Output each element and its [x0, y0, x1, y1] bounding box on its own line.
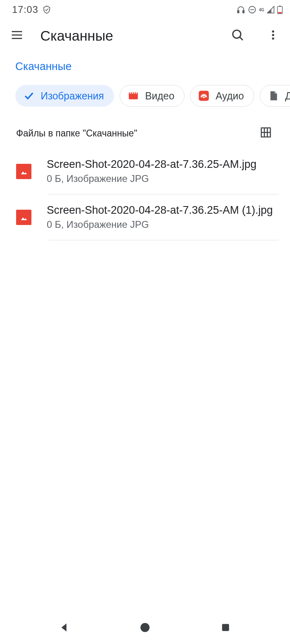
svg-line-11	[240, 37, 243, 40]
svg-marker-28	[62, 623, 67, 632]
svg-point-21	[203, 97, 205, 99]
video-icon	[127, 90, 139, 102]
section-title: Файлы в папке "Скачанные"	[16, 128, 137, 139]
file-list: Screen-Shot-2020-04-28-at-7.36.25-AM.jpg…	[0, 149, 290, 240]
audio-icon	[198, 90, 210, 102]
check-icon	[23, 90, 35, 102]
view-toggle-button[interactable]	[258, 125, 274, 141]
svg-rect-17	[132, 92, 133, 94]
square-icon	[220, 622, 231, 634]
svg-rect-6	[278, 12, 282, 13]
headphones-icon	[236, 5, 245, 14]
chip-label: Аудио	[215, 90, 244, 102]
navigation-bar	[0, 613, 290, 644]
status-left: 17:03	[12, 4, 51, 15]
svg-rect-18	[134, 92, 135, 94]
file-row[interactable]: Screen-Shot-2020-04-28-at-7.36.25-AM.jpg…	[0, 149, 290, 194]
grid-icon	[260, 126, 272, 140]
status-time: 17:03	[12, 4, 38, 15]
back-button[interactable]	[54, 618, 75, 638]
svg-point-10	[233, 30, 241, 38]
svg-point-13	[272, 34, 274, 36]
image-file-icon	[16, 164, 31, 179]
svg-marker-27	[21, 217, 27, 220]
section-header: Файлы в папке "Скачанные"	[0, 114, 290, 149]
svg-point-12	[272, 31, 274, 33]
more-options-button[interactable]	[261, 24, 285, 48]
back-icon	[58, 621, 70, 635]
svg-marker-26	[21, 171, 27, 174]
chip-documents[interactable]: До	[260, 85, 290, 107]
svg-point-14	[272, 37, 274, 40]
divider	[48, 240, 279, 240]
shield-check-icon	[42, 5, 51, 14]
status-bar: 17:03 4G	[0, 0, 290, 19]
signal-icon	[267, 6, 275, 14]
file-name: Screen-Shot-2020-04-28-at-7.36.25-AM (1)…	[47, 204, 274, 217]
search-button[interactable]	[226, 24, 250, 48]
svg-point-29	[141, 623, 150, 632]
filter-chips: Изображения Видео Аудио	[0, 78, 290, 114]
status-right: 4G	[236, 5, 283, 14]
hamburger-icon	[10, 28, 24, 43]
chip-video[interactable]: Видео	[120, 85, 184, 107]
search-icon	[231, 28, 244, 43]
file-name: Screen-Shot-2020-04-28-at-7.36.25-AM.jpg	[47, 158, 274, 171]
svg-rect-30	[222, 624, 229, 631]
home-button[interactable]	[135, 618, 155, 638]
image-file-icon	[16, 210, 31, 225]
svg-rect-0	[237, 10, 239, 13]
chip-audio[interactable]: Аудио	[190, 85, 254, 107]
breadcrumb-label: Скачанные	[15, 60, 72, 72]
more-vert-icon	[267, 29, 279, 43]
document-icon	[267, 90, 280, 102]
network-label: 4G	[259, 8, 264, 12]
overview-button[interactable]	[215, 618, 236, 638]
svg-rect-19	[136, 92, 137, 94]
file-row[interactable]: Screen-Shot-2020-04-28-at-7.36.25-AM (1)…	[0, 194, 290, 240]
page-title: Скачанные	[40, 28, 214, 44]
chip-label: Изображения	[41, 90, 104, 102]
breadcrumb[interactable]: Скачанные	[0, 52, 290, 78]
chip-images[interactable]: Изображения	[15, 85, 114, 107]
chip-label: До	[285, 90, 290, 102]
svg-rect-16	[130, 92, 131, 94]
file-meta: 0 Б, Изображение JPG	[47, 173, 274, 184]
svg-rect-5	[279, 6, 281, 6]
file-info: Screen-Shot-2020-04-28-at-7.36.25-AM (1)…	[47, 204, 274, 230]
file-info: Screen-Shot-2020-04-28-at-7.36.25-AM.jpg…	[47, 158, 274, 184]
circle-icon	[139, 621, 151, 635]
app-bar: Скачанные	[0, 19, 290, 52]
do-not-disturb-icon	[248, 5, 257, 14]
battery-icon	[277, 5, 283, 14]
chip-label: Видео	[145, 90, 174, 102]
menu-button[interactable]	[5, 24, 29, 48]
svg-rect-1	[242, 10, 244, 13]
file-meta: 0 Б, Изображение JPG	[47, 219, 274, 230]
